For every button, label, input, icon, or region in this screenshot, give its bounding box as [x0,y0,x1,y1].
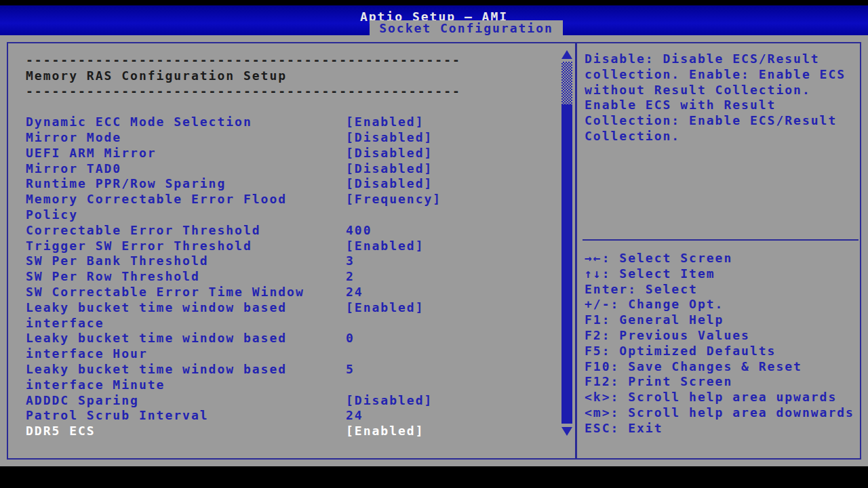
option-label: SW Per Bank Threshold [26,253,338,269]
option-value: 2 [346,269,355,285]
option-label: Correctable Error Threshold [26,223,338,239]
option-dynamic-ecc-mode-selection[interactable]: Dynamic ECC Mode Selection[Enabled] [26,115,563,130]
option-value: [Disabled] [346,393,433,409]
option-mirror-mode[interactable]: Mirror Mode[Disabled] [26,130,563,146]
help-pane: Disable: Disable ECS/Result collection. … [577,43,860,458]
hotkey-item: F2: Previous Values [585,328,860,344]
option-value: [Enabled] [346,115,425,130]
option-patrol-scrub-interval[interactable]: Patrol Scrub Interval24 [26,408,563,424]
tab-socket-configuration[interactable]: Socket Configuration [370,20,563,35]
option-label: SW Per Row Threshold [26,269,338,285]
hotkey-item: F5: Optimized Defaults [585,344,860,359]
tab-label: Socket Configuration [379,21,553,35]
option-sw-per-row-threshold[interactable]: SW Per Row Threshold2 [26,269,563,285]
option-label: Memory Correctable Error Flood Policy [26,192,338,223]
option-label: Dynamic ECC Mode Selection [26,115,338,130]
option-ddr5-ecs[interactable]: DDR5 ECS[Enabled] [26,424,563,439]
spacer [26,99,563,115]
option-leaky-bucket-time-window-based-interface[interactable]: Leaky bucket time window based interface… [26,300,563,331]
scrollbar-thumb[interactable] [561,104,572,424]
option-label: Leaky bucket time window based interface… [26,331,338,362]
option-mirror-tad0[interactable]: Mirror TAD0[Disabled] [26,161,563,177]
hotkey-item: <m>: Scroll help area downwards [585,405,860,421]
content-frame: ----------------------------------------… [7,42,861,460]
option-sw-per-bank-threshold[interactable]: SW Per Bank Threshold3 [26,253,563,269]
option-value: [Disabled] [346,130,433,146]
hotkey-item: F12: Print Screen [585,374,860,390]
help-text: Disable: Disable ECS/Result collection. … [585,52,858,144]
option-sw-correctable-error-time-window[interactable]: SW Correctable Error Time Window24 [26,285,563,300]
option-adddc-sparing[interactable]: ADDDC Sparing[Disabled] [26,393,563,409]
option-value: [Frequency] [346,192,441,207]
option-value: [Disabled] [346,161,433,177]
hotkey-item: ESC: Exit [585,421,860,436]
option-value: [Enabled] [346,424,425,439]
option-value: 0 [346,331,355,346]
option-value: [Enabled] [346,239,425,254]
separator-line: ----------------------------------------… [26,84,563,100]
option-value: 400 [346,223,372,239]
option-label: Mirror TAD0 [26,161,338,177]
option-value: 24 [346,408,363,424]
hotkey-item: <k>: Scroll help area upwards [585,390,860,405]
option-trigger-sw-error-threshold[interactable]: Trigger SW Error Threshold[Enabled] [26,239,563,254]
option-correctable-error-threshold[interactable]: Correctable Error Threshold400 [26,223,563,239]
separator-line: ----------------------------------------… [26,53,563,68]
option-leaky-bucket-time-window-based-interface-hour[interactable]: Leaky bucket time window based interface… [26,331,563,362]
hotkey-list: →←: Select Screen↑↓: Select ItemEnter: S… [585,251,860,436]
hotkey-item: →←: Select Screen [585,251,860,266]
option-label: Trigger SW Error Threshold [26,239,338,254]
hotkey-item: +/-: Change Opt. [585,297,860,312]
option-value: [Disabled] [346,176,433,192]
hotkey-item: ↑↓: Select Item [585,266,860,282]
option-label: UEFI ARM Mirror [26,146,338,161]
option-value: [Enabled] [346,300,425,316]
option-label: Runtime PPR/Row Sparing [26,176,338,192]
scroll-down-arrow-icon[interactable] [561,427,572,436]
option-runtime-ppr-row-sparing[interactable]: Runtime PPR/Row Sparing[Disabled] [26,176,563,192]
option-label: DDR5 ECS [26,424,338,439]
bios-setup-screen: Aptio Setup – AMI Socket Configuration -… [0,0,868,488]
option-label: Patrol Scrub Interval [26,408,338,424]
option-value: [Disabled] [346,146,433,161]
main-area: ----------------------------------------… [0,35,868,466]
option-value: 24 [346,285,363,300]
option-label: Leaky bucket time window based interface… [26,362,338,393]
hotkey-item: F10: Save Changes & Reset [585,359,860,375]
scroll-up-arrow-icon[interactable] [561,50,572,59]
option-label: ADDDC Sparing [26,393,338,409]
option-label: Mirror Mode [26,130,338,146]
hotkey-item: Enter: Select [585,282,860,298]
option-label: SW Correctable Error Time Window [26,285,338,300]
option-label: Leaky bucket time window based interface [26,300,338,331]
option-leaky-bucket-time-window-based-interface-minute[interactable]: Leaky bucket time window based interface… [26,362,563,393]
option-value: 3 [346,253,355,269]
option-memory-correctable-error-flood-policy[interactable]: Memory Correctable Error Flood Policy[Fr… [26,192,563,223]
option-value: 5 [346,362,355,378]
hotkey-item: F1: General Help [585,312,860,328]
section-title: Memory RAS Configuration Setup [26,68,563,84]
options-list: ----------------------------------------… [26,53,563,439]
help-keys-divider [583,239,859,241]
option-uefi-arm-mirror[interactable]: UEFI ARM Mirror[Disabled] [26,146,563,161]
scrollbar-track[interactable] [561,62,572,104]
